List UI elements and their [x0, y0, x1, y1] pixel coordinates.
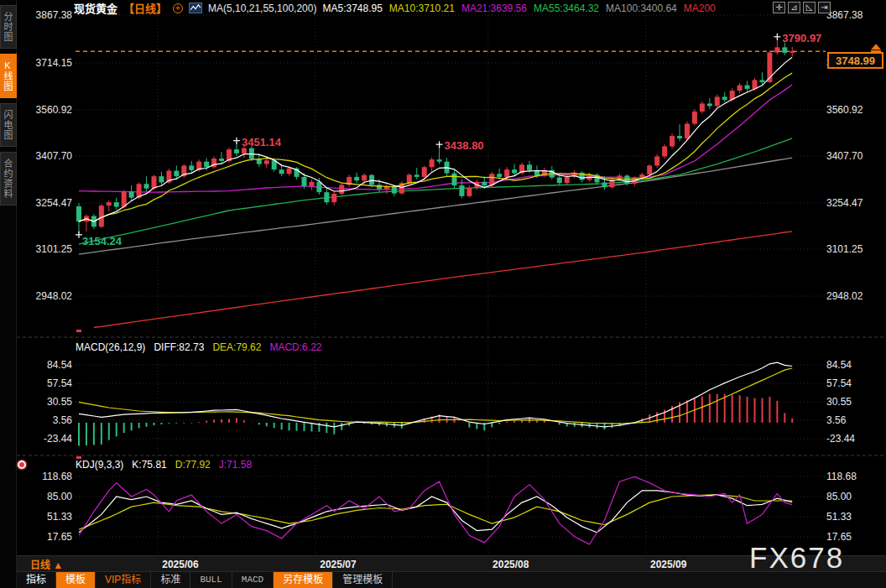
- sidebar-tab-3[interactable]: 闪电图: [0, 103, 17, 147]
- panel-corner-tick: [76, 330, 81, 332]
- macd-tick-left: 30.55: [25, 396, 72, 408]
- macd-tick-right: -23.44: [826, 433, 882, 445]
- kdj-params-label: KDJ(9,3,3): [76, 459, 123, 471]
- kdj-tick-right: 51.33: [826, 511, 882, 523]
- month-label: 2025/08: [493, 559, 529, 570]
- candle-body: [557, 178, 562, 184]
- candle-body: [737, 86, 743, 91]
- candle-body: [430, 159, 435, 167]
- candle-body: [354, 177, 359, 180]
- kdj-d-value: D:77.92: [175, 459, 211, 471]
- candle-body: [219, 159, 224, 161]
- kdj-j-value: J:71.58: [219, 459, 252, 471]
- candle-body: [715, 96, 720, 106]
- macd-tick-left: 3.56: [25, 414, 72, 426]
- candle-body: [377, 185, 382, 189]
- candle-body: [264, 160, 269, 164]
- period-tag-label: 【日线】: [123, 0, 167, 16]
- ma-value-2: MA10:3710.21: [389, 3, 455, 14]
- chart-type-sidebar: 分时图K线图闪电图合约资料: [0, 0, 17, 588]
- ma-value-6: MA200: [684, 3, 716, 14]
- candle-body: [459, 185, 464, 196]
- candle-body: [189, 165, 194, 169]
- sidebar-tab-1[interactable]: 分时图: [0, 5, 17, 49]
- candle-body: [497, 174, 502, 177]
- toolbar-tab-另存模板[interactable]: 另存模板: [274, 572, 333, 588]
- chart-style-icon[interactable]: [189, 3, 202, 13]
- price-tick-left: 3867.38: [25, 9, 72, 21]
- kdj-header: KDJ(9,3,3) K:75.81 D:77.92 J:71.58: [76, 459, 252, 471]
- candle-body: [331, 194, 336, 202]
- price-tick-right: 2948.02: [826, 290, 882, 302]
- price-tick-left: 3254.47: [25, 197, 72, 209]
- candle-body: [670, 136, 675, 146]
- chart-header: 现货黄金 【日线】 + MA(5,10,21,55,100,200) MA5:3…: [74, 1, 716, 15]
- candle-body: [407, 174, 412, 183]
- price-tick-left: 2948.02: [25, 290, 72, 302]
- chart-canvas[interactable]: [0, 0, 886, 588]
- macd-diff-line: [79, 362, 792, 427]
- candle-body: [647, 165, 652, 174]
- candle-body: [452, 174, 457, 186]
- toolbar-tab-VIP指标[interactable]: VIP指标: [96, 572, 151, 588]
- last-price-arrow-icon: [871, 44, 881, 49]
- price-tick-right: 3867.38: [826, 9, 882, 21]
- candle-body: [287, 169, 292, 174]
- candle-body: [414, 174, 420, 177]
- candle-body: [144, 184, 149, 188]
- add-compare-icon[interactable]: +: [173, 3, 183, 13]
- toolbar-tab-MACD[interactable]: MACD: [232, 572, 274, 588]
- candle-body: [234, 149, 239, 154]
- toolbar-tab-指标[interactable]: 指标: [17, 572, 56, 588]
- candle-body: [152, 176, 157, 189]
- candle-body: [692, 112, 697, 124]
- scale-y-axis-icon[interactable]: ⊿: [788, 2, 800, 13]
- sidebar-tab-2[interactable]: K线图: [0, 54, 17, 98]
- candle-body: [782, 47, 787, 53]
- candle-body: [129, 191, 134, 197]
- candle-body: [107, 202, 112, 206]
- month-label: 2025/09: [650, 559, 686, 570]
- period-selector[interactable]: 日线 ▲: [30, 557, 63, 571]
- scale-x-axis-icon[interactable]: ◺: [803, 2, 816, 13]
- toolbar-tab-管理模板[interactable]: 管理模板: [333, 572, 393, 588]
- candle-body: [654, 156, 659, 165]
- candle-body: [745, 86, 750, 89]
- candle-body: [466, 188, 472, 196]
- candle-body: [204, 162, 209, 168]
- candle-body: [122, 191, 127, 206]
- ma200-line: [94, 232, 792, 328]
- macd-params-label: MACD(26,12,9): [76, 341, 145, 353]
- macd-tick-right: 84.54: [826, 359, 882, 371]
- indicator-settings-icon[interactable]: [18, 461, 26, 469]
- candle-body: [677, 136, 682, 138]
- shift-right-icon[interactable]: ⇥: [818, 2, 831, 13]
- last-price-tag: 3748.99: [827, 52, 883, 69]
- month-label: 2025/06: [162, 559, 198, 570]
- price-tick-right: 3101.25: [826, 243, 882, 255]
- toolbar-tab-BULL[interactable]: BULL: [190, 572, 232, 588]
- kdj-tick-left: 17.65: [25, 531, 72, 543]
- candle-body: [362, 175, 367, 181]
- candle-body: [759, 80, 764, 82]
- kdj-tick-right: 85.00: [826, 491, 882, 502]
- ma-settings-label: MA(5,10,21,55,100,200): [208, 3, 316, 14]
- toolbar-tab-标准[interactable]: 标准: [151, 572, 190, 588]
- toolbar-tab-模板[interactable]: 模板: [56, 572, 96, 588]
- sidebar-tab-4[interactable]: 合约资料: [0, 152, 17, 206]
- ma-value-5: MA100:3400.64: [606, 3, 677, 14]
- candle-body: [339, 185, 344, 194]
- candle-body: [159, 176, 164, 182]
- month-label: 2025/07: [320, 559, 356, 570]
- price-tick-left: 3714.15: [25, 57, 72, 69]
- ma-value-1: MA5:3748.95: [322, 3, 382, 14]
- price-tick-left: 3560.92: [25, 104, 72, 116]
- macd-tick-left: 84.54: [25, 359, 72, 371]
- candle-body: [482, 182, 487, 185]
- price-tick-right: 3560.92: [826, 104, 882, 116]
- price-tick-right: 3407.70: [826, 150, 882, 162]
- price-annotation: 3790.97: [782, 32, 821, 44]
- move-crosshair-icon[interactable]: ✛: [773, 2, 785, 13]
- candle-body: [722, 96, 727, 100]
- ma10-line: [79, 73, 792, 221]
